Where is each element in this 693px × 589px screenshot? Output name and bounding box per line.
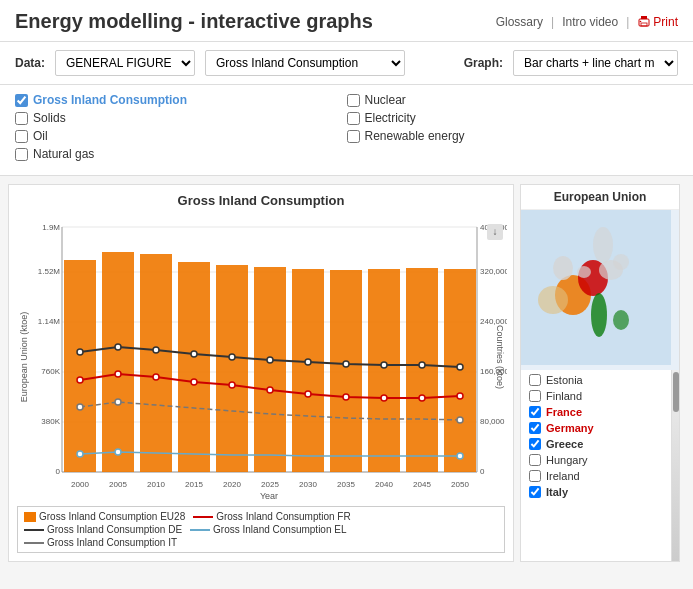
checkbox-gic[interactable] (15, 94, 28, 107)
svg-point-76 (613, 254, 629, 270)
svg-rect-1 (641, 16, 647, 19)
country-label-estonia: Estonia (546, 374, 583, 386)
svg-text:2030: 2030 (299, 480, 317, 489)
svg-text:2010: 2010 (147, 480, 165, 489)
scrollbar[interactable] (671, 370, 679, 561)
graph-select[interactable]: Bar charts + line chart mixed (513, 50, 678, 76)
svg-text:2000: 2000 (71, 480, 89, 489)
legend-label-el: Gross Inland Consumption EL (213, 524, 346, 535)
svg-point-48 (115, 399, 121, 405)
checkbox-finland[interactable] (529, 390, 541, 402)
checkbox-item-renewable: Renewable energy (347, 129, 679, 143)
svg-point-3 (640, 20, 642, 22)
print-link[interactable]: Print (637, 15, 678, 29)
checkbox-gas[interactable] (15, 148, 28, 161)
svg-text:2020: 2020 (223, 480, 241, 489)
svg-text:2035: 2035 (337, 480, 355, 489)
svg-point-31 (305, 359, 311, 365)
legend-label-fr: Gross Inland Consumption FR (216, 511, 351, 522)
sep2: | (626, 15, 629, 29)
scrollbar-thumb[interactable] (673, 372, 679, 412)
svg-point-75 (593, 227, 613, 263)
consumption-select[interactable]: Gross Inland Consumption (205, 50, 405, 76)
checkbox-label-renewable: Renewable energy (365, 129, 465, 143)
country-item-france[interactable]: France (521, 404, 671, 420)
country-list-container: Estonia Finland France Germany (521, 370, 679, 561)
svg-point-25 (77, 349, 83, 355)
checkbox-item-electricity: Electricity (347, 111, 679, 125)
svg-point-50 (77, 451, 83, 457)
right-panel: European Union (520, 184, 685, 562)
data-label: Data: (15, 56, 45, 70)
checkbox-greece[interactable] (529, 438, 541, 450)
y-left-label: European Union (ktoe) (19, 312, 29, 403)
bar-2015 (178, 262, 210, 472)
checkbox-france[interactable] (529, 406, 541, 418)
svg-text:160,000: 160,000 (480, 367, 507, 376)
checkbox-label-oil: Oil (33, 129, 48, 143)
svg-point-30 (267, 357, 273, 363)
bar-2030 (292, 269, 324, 472)
checkbox-oil[interactable] (15, 130, 28, 143)
y-right-label: Countries (ktoe) (495, 325, 505, 389)
checkbox-item-solids: Solids (15, 111, 347, 125)
country-item-ireland[interactable]: Ireland (521, 468, 671, 484)
checkbox-ireland[interactable] (529, 470, 541, 482)
svg-point-26 (115, 344, 121, 350)
legend-bar-eu28 (24, 512, 36, 522)
legend-fr: Gross Inland Consumption FR (193, 511, 351, 522)
svg-point-38 (153, 374, 159, 380)
country-label-france: France (546, 406, 582, 418)
country-item-estonia[interactable]: Estonia (521, 372, 671, 388)
country-item-greece[interactable]: Greece (521, 436, 671, 452)
print-label[interactable]: Print (653, 15, 678, 29)
svg-point-27 (153, 347, 159, 353)
svg-point-51 (115, 449, 121, 455)
data-select[interactable]: GENERAL FIGURES (55, 50, 195, 76)
checkbox-item-gas: Natural gas (15, 147, 347, 161)
svg-point-46 (457, 393, 463, 399)
legend-it: Gross Inland Consumption IT (24, 537, 177, 548)
bar-2000 (64, 260, 96, 472)
svg-point-70 (613, 310, 629, 330)
legend-label-it: Gross Inland Consumption IT (47, 537, 177, 548)
checkbox-electricity[interactable] (347, 112, 360, 125)
checkbox-hungary[interactable] (529, 454, 541, 466)
country-label-germany: Germany (546, 422, 594, 434)
country-item-hungary[interactable]: Hungary (521, 452, 671, 468)
legend-el: Gross Inland Consumption EL (190, 524, 346, 535)
country-item-germany[interactable]: Germany (521, 420, 671, 436)
legend-label-eu28: Gross Inland Consumption EU28 (39, 511, 185, 522)
bar-2010 (140, 254, 172, 472)
checkbox-col-2: Nuclear Electricity Renewable energy (347, 93, 679, 165)
chart-legend: Gross Inland Consumption EU28 Gross Inla… (17, 506, 505, 553)
svg-rect-0 (639, 19, 649, 26)
checkbox-germany[interactable] (529, 422, 541, 434)
main-content: Gross Inland Consumption European Union … (0, 176, 693, 570)
glossary-link[interactable]: Glossary (496, 15, 543, 29)
checkbox-italy[interactable] (529, 486, 541, 498)
country-item-italy[interactable]: Italy (521, 484, 671, 500)
svg-point-39 (191, 379, 197, 385)
page-header: Energy modelling - interactive graphs Gl… (0, 0, 693, 42)
country-item-finland[interactable]: Finland (521, 388, 671, 404)
intro-video-link[interactable]: Intro video (562, 15, 618, 29)
bar-2025 (254, 267, 286, 472)
checkbox-renewable[interactable] (347, 130, 360, 143)
checkbox-nuclear[interactable] (347, 94, 360, 107)
svg-point-72 (553, 256, 573, 280)
svg-point-35 (457, 364, 463, 370)
bar-2020 (216, 265, 248, 472)
svg-text:1.14M: 1.14M (38, 317, 61, 326)
checkbox-estonia[interactable] (529, 374, 541, 386)
graph-label: Graph: (464, 56, 503, 70)
legend-line-fr (193, 516, 213, 518)
checkbox-solids[interactable] (15, 112, 28, 125)
legend-line-el (190, 529, 210, 531)
svg-point-29 (229, 354, 235, 360)
svg-text:0: 0 (480, 467, 485, 476)
country-label-greece: Greece (546, 438, 583, 450)
eu-map-svg (521, 210, 671, 365)
page-title: Energy modelling - interactive graphs (15, 10, 373, 33)
country-label-ireland: Ireland (546, 470, 580, 482)
